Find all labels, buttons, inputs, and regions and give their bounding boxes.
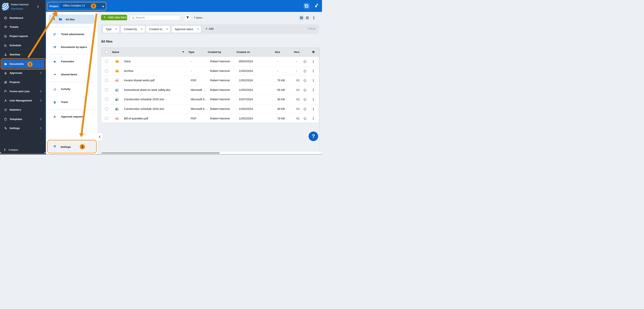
svg-text:PDF: PDF: [116, 80, 117, 81]
svg-text:X: X: [116, 109, 117, 110]
svg-text:X: X: [116, 99, 117, 100]
svg-text:PDF: PDF: [116, 118, 117, 119]
svg-text:W: W: [116, 90, 117, 91]
